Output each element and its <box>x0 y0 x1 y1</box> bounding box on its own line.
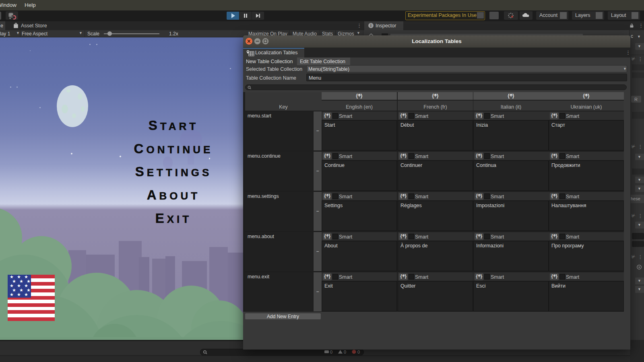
svg-text:{: { <box>551 233 553 239</box>
svg-text:{: { <box>476 193 478 198</box>
svg-text:{: { <box>400 233 402 239</box>
svg-text:}: } <box>437 93 439 99</box>
svg-text:{: { <box>400 193 402 198</box>
svg-text:{: { <box>476 274 478 279</box>
svg-text:}: } <box>588 93 590 99</box>
svg-text:{: { <box>400 113 402 118</box>
svg-text:{: { <box>476 113 478 118</box>
svg-text:}: } <box>512 93 515 99</box>
svg-text:{: { <box>324 233 326 239</box>
svg-text:{: { <box>508 93 510 99</box>
svg-text:{: { <box>583 93 585 99</box>
svg-text:{: { <box>356 93 358 99</box>
svg-text:{: { <box>324 193 326 198</box>
svg-text:{: { <box>476 153 478 158</box>
svg-text:{: { <box>324 113 326 118</box>
svg-text:}: } <box>361 93 363 99</box>
svg-text:{: { <box>432 93 434 99</box>
svg-text:{: { <box>324 274 326 279</box>
svg-text:{: { <box>400 274 402 279</box>
svg-text:{: { <box>551 113 553 118</box>
svg-text:{: { <box>551 153 553 158</box>
svg-text:{: { <box>324 153 326 158</box>
svg-text:{: { <box>551 193 553 198</box>
svg-text:{: { <box>476 233 478 239</box>
svg-text:{: { <box>400 153 402 158</box>
svg-text:{: { <box>551 274 553 279</box>
